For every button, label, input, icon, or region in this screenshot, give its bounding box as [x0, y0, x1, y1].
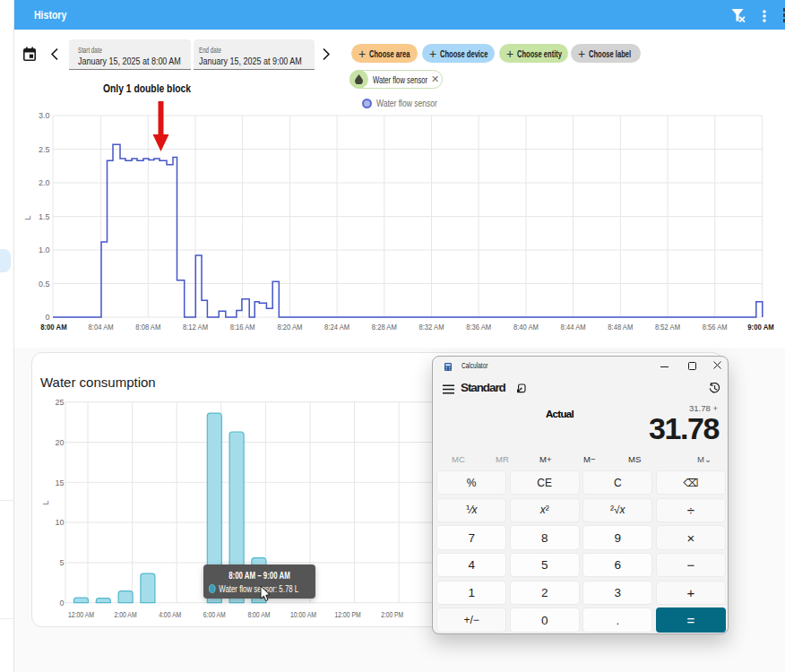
svg-text:9:00 AM: 9:00 AM — [747, 323, 774, 332]
svg-text:8:36 AM: 8:36 AM — [466, 323, 491, 332]
svg-text:4:00 AM: 4:00 AM — [159, 610, 181, 619]
svg-text:8:32 AM: 8:32 AM — [419, 323, 444, 332]
svg-text:10: 10 — [55, 518, 64, 527]
svg-text:1.0: 1.0 — [39, 246, 50, 254]
svg-text:5: 5 — [59, 558, 64, 567]
svg-text:8:16 AM: 8:16 AM — [230, 323, 255, 332]
svg-text:8:52 AM: 8:52 AM — [655, 323, 680, 332]
svg-text:0.5: 0.5 — [39, 280, 50, 289]
svg-text:15: 15 — [55, 478, 64, 487]
svg-text:8:00 AM: 8:00 AM — [247, 610, 270, 619]
svg-text:8:20 AM: 8:20 AM — [277, 323, 302, 332]
svg-text:2.5: 2.5 — [39, 145, 50, 154]
svg-text:12:00 AM: 12:00 AM — [68, 610, 94, 619]
svg-text:8:44 AM: 8:44 AM — [561, 323, 586, 332]
svg-text:20: 20 — [55, 438, 64, 447]
svg-text:3.0: 3.0 — [39, 111, 50, 120]
svg-text:8:08 AM: 8:08 AM — [135, 323, 160, 332]
svg-text:L: L — [41, 500, 50, 504]
svg-text:0: 0 — [59, 599, 64, 607]
svg-text:12:00 PM: 12:00 PM — [335, 610, 361, 619]
svg-text:1.5: 1.5 — [39, 212, 50, 221]
svg-text:8:48 AM: 8:48 AM — [608, 323, 633, 332]
svg-text:8:04 AM: 8:04 AM — [89, 323, 114, 332]
svg-text:8:28 AM: 8:28 AM — [372, 323, 397, 332]
svg-text:2:00 AM: 2:00 AM — [115, 610, 137, 619]
svg-text:0: 0 — [45, 313, 49, 322]
svg-text:8:56 AM: 8:56 AM — [703, 323, 728, 332]
svg-text:8:40 AM: 8:40 AM — [513, 323, 539, 332]
svg-text:8:24 AM: 8:24 AM — [324, 323, 349, 332]
svg-text:L: L — [23, 215, 32, 220]
svg-text:8:00 AM: 8:00 AM — [40, 323, 67, 332]
svg-text:6:00 AM: 6:00 AM — [203, 610, 226, 619]
svg-text:2:00 PM: 2:00 PM — [381, 610, 403, 619]
svg-text:25: 25 — [55, 398, 64, 407]
svg-text:10:00 AM: 10:00 AM — [290, 610, 316, 619]
svg-text:2.0: 2.0 — [39, 178, 50, 187]
svg-text:8:12 AM: 8:12 AM — [183, 323, 208, 332]
